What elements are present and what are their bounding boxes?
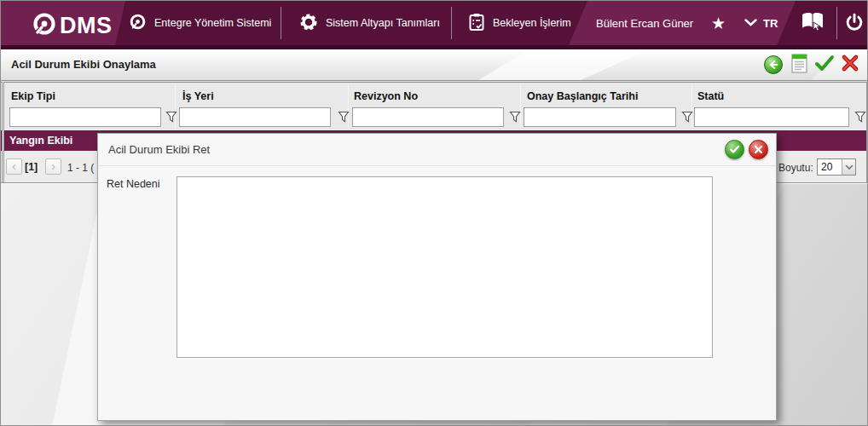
list-report-icon [791,54,807,77]
qdms-logo[interactable]: DMS [32,11,113,40]
qdms-app-window: DMS Entegre Yönetim Sistemi Sistem Altya… [0,0,868,426]
user-name-label: Bülent Ercan Güner [596,17,693,30]
column-header-statu: Statü [697,90,724,102]
prev-page-button[interactable]: ‹ [6,158,22,175]
clipboard-check-icon [468,13,485,34]
modal-actions [725,140,768,159]
logo-text: DMS [60,13,113,39]
menu-item-sistem-altyapi-tanimlari[interactable]: Sistem Altyapı Tanımları [299,1,440,45]
logout-power-button[interactable] [845,1,864,45]
column-header-revizyon-no: Revizyon No [354,90,418,102]
gear-icon [299,13,318,34]
filter-input-statu[interactable] [694,107,849,127]
menu-item-label: Entegre Yönetim Sistemi [154,17,271,29]
modal-title: Acil Durum Ekibi Ret [108,143,210,156]
approve-button[interactable] [814,55,835,75]
chevron-down-icon [744,17,757,29]
menu-item-bekleyen-islerim[interactable]: Bekleyen İşlerim [468,1,571,45]
titlebar-actions [763,55,860,75]
language-label: TR [763,17,778,30]
filter-input-is-yeri[interactable] [179,107,331,127]
content-right-edge [866,82,867,182]
help-manual-button[interactable] [799,1,826,45]
reject-reason-label: Ret Nedeni [107,178,160,190]
back-button[interactable] [763,55,784,75]
power-icon [845,13,864,34]
qdms-q-icon [32,11,57,40]
approve-check-icon [814,54,835,76]
column-header-ekip-tipi: Ekip Tipi [11,90,55,102]
menu-item-label: Sistem Altyapı Tanımları [326,17,440,29]
select-dropdown-button[interactable] [842,159,855,175]
modal-cancel-button[interactable] [749,140,768,159]
filter-funnel-icon[interactable] [681,111,693,127]
language-selector[interactable]: TR [744,1,778,45]
filter-funnel-icon[interactable] [854,111,866,127]
page-titlebar: Acil Durum Ekibi Onaylama [1,49,868,81]
chevron-right-icon: › [51,159,55,173]
back-icon [764,55,783,74]
filter-input-revizyon-no[interactable] [352,107,504,127]
bg-streak [478,49,649,80]
star-glyph: ★ [711,14,726,33]
qdms-circle-icon [129,13,147,33]
modal-header: Acil Durum Ekibi Ret [98,134,776,166]
grid-filter-panel: Ekip Tipi İş Yeri Revizyon No Onay Başla… [1,82,868,130]
column-header-onay-baslangic-tarihi: Onay Başlangıç Tarihi [527,90,638,102]
record-range-text: 1 - 1 ( [67,162,94,174]
next-page-button[interactable]: › [45,158,61,175]
filter-funnel-icon[interactable] [509,111,521,127]
reject-x-icon [841,54,859,76]
nav-separator [836,7,837,39]
nav-separator [281,7,281,39]
menu-item-entegre-yonetim-sistemi[interactable]: Entegre Yönetim Sistemi [129,1,271,45]
page-size-value: 20 [818,161,842,173]
manual-book-icon [799,10,826,37]
chevron-left-icon: ‹ [12,159,16,173]
page-size-select[interactable]: 20 [817,158,856,176]
top-navbar: DMS Entegre Yönetim Sistemi Sistem Altya… [1,1,868,49]
filter-input-onay-baslangic-tarihi[interactable] [524,107,676,127]
filter-funnel-icon[interactable] [165,111,177,127]
content-left-edge [2,82,4,182]
filter-funnel-icon[interactable] [338,111,350,127]
menu-item-label: Bekleyen İşlerim [493,17,571,29]
current-page-indicator[interactable]: [1] [25,161,38,173]
user-menu[interactable]: Bülent Ercan Güner [596,1,693,45]
reject-modal: Acil Durum Ekibi Ret Ret Nedeni [97,133,777,421]
filter-input-ekip-tipi[interactable] [9,107,161,127]
reject-button[interactable] [840,55,860,75]
page-title: Acil Durum Ekibi Onaylama [11,58,156,71]
modal-confirm-button[interactable] [725,140,744,159]
row-label: Yangın Ekibi [9,135,72,147]
nav-separator [451,7,452,39]
report-list-button[interactable] [789,55,809,75]
favorites-star-icon[interactable]: ★ [711,1,726,45]
reject-reason-textarea[interactable] [176,176,713,358]
column-header-is-yeri: İş Yeri [182,90,214,102]
